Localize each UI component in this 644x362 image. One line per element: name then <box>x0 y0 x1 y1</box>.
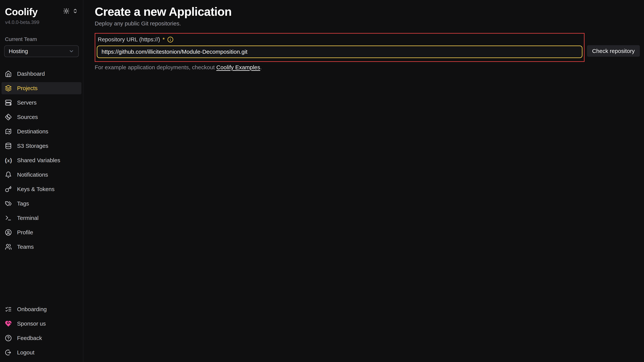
sidebar-item-label: Notifications <box>17 171 48 178</box>
key-icon <box>5 186 12 193</box>
chevron-down-icon <box>68 48 74 54</box>
current-team-section: Current Team Hosting <box>0 36 83 57</box>
sidebar-item-shared-variables[interactable]: (x) Shared Variables <box>2 154 82 166</box>
help-circle-icon <box>5 335 12 341</box>
check-repository-button[interactable]: Check repository <box>587 45 640 57</box>
heart-handshake-icon <box>5 320 12 327</box>
sidebar-item-label: Feedback <box>17 335 42 341</box>
sidebar-item-label: Destinations <box>17 128 48 135</box>
sidebar-item-label: Onboarding <box>17 306 47 312</box>
terminal-icon <box>5 215 12 221</box>
sidebar-item-label: Sponsor us <box>17 320 46 327</box>
server-icon <box>5 99 12 106</box>
chevrons-up-down-icon[interactable] <box>72 8 78 14</box>
helper-prefix: For example application deployments, che… <box>95 64 216 70</box>
sidebar-item-label: Sources <box>17 114 38 120</box>
sidebar-item-sources[interactable]: Sources <box>2 111 82 123</box>
sidebar-item-keys-tokens[interactable]: Keys & Tokens <box>2 183 82 195</box>
sidebar: Coolify v4.0.0-beta.399 Current Team Hos… <box>0 0 83 362</box>
sidebar-item-teams[interactable]: Teams <box>2 241 82 253</box>
sidebar-item-profile[interactable]: Profile <box>2 226 82 239</box>
sidebar-item-label: Shared Variables <box>17 157 60 163</box>
home-icon <box>5 70 12 77</box>
variables-icon: (x) <box>5 157 12 163</box>
user-circle-icon <box>5 229 12 236</box>
sidebar-item-label: Projects <box>17 85 38 91</box>
required-marker: * <box>162 36 165 43</box>
layers-icon <box>5 85 12 92</box>
sidebar-item-destinations[interactable]: Destinations <box>2 125 82 137</box>
sidebar-item-logout[interactable]: Logout <box>2 346 82 358</box>
page-subtitle: Deploy any public Git repositories. <box>95 20 644 27</box>
sidebar-item-sponsor-us[interactable]: Sponsor us <box>2 318 82 330</box>
users-icon <box>5 243 12 250</box>
app-version: v4.0.0-beta.399 <box>0 19 83 25</box>
logout-icon <box>5 349 12 356</box>
git-source-icon <box>5 114 12 120</box>
helper-text: For example application deployments, che… <box>95 64 644 71</box>
repository-form: Repository URL (https://) * Check reposi… <box>95 33 644 62</box>
sidebar-item-notifications[interactable]: Notifications <box>2 169 82 181</box>
current-team-label: Current Team <box>4 36 79 42</box>
main-content: Create a new Application Deploy any publ… <box>84 0 644 362</box>
team-select-value: Hosting <box>9 48 28 55</box>
sidebar-item-label: S3 Storages <box>17 143 48 149</box>
helper-suffix: . <box>260 64 262 70</box>
sidebar-item-label: Terminal <box>17 215 38 221</box>
team-select[interactable]: Hosting <box>4 45 79 57</box>
app-logo: Coolify <box>5 7 38 17</box>
sidebar-item-servers[interactable]: Servers <box>2 97 82 109</box>
checklist-icon <box>5 306 12 313</box>
map-icon <box>5 128 12 135</box>
repository-url-input[interactable] <box>97 46 582 58</box>
tags-icon <box>5 200 12 207</box>
sidebar-item-label: Keys & Tokens <box>17 186 54 192</box>
database-icon <box>5 142 12 149</box>
sidebar-item-label: Logout <box>17 349 34 356</box>
sidebar-item-label: Profile <box>17 229 33 236</box>
sidebar-item-label: Teams <box>17 244 34 250</box>
repository-url-label: Repository URL (https://) <box>98 36 160 43</box>
sidebar-item-label: Dashboard <box>17 71 45 77</box>
sidebar-item-label: Servers <box>17 99 36 106</box>
repository-url-label-row: Repository URL (https://) * <box>97 36 582 43</box>
annotation-highlight-box: Repository URL (https://) * <box>95 33 584 62</box>
bell-icon <box>5 171 12 178</box>
coolify-examples-link[interactable]: Coolify Examples <box>216 64 260 70</box>
sidebar-header: Coolify <box>0 7 83 17</box>
sidebar-item-dashboard[interactable]: Dashboard <box>2 68 82 80</box>
sidebar-item-s3-storages[interactable]: S3 Storages <box>2 140 82 152</box>
sidebar-item-terminal[interactable]: Terminal <box>2 212 82 224</box>
page-title: Create a new Application <box>95 5 644 18</box>
sidebar-item-label: Tags <box>17 200 29 207</box>
sidebar-nav: Dashboard Projects Servers Sources Desti… <box>0 68 83 255</box>
sidebar-item-feedback[interactable]: Feedback <box>2 332 82 344</box>
sidebar-item-tags[interactable]: Tags <box>2 198 82 210</box>
sun-icon[interactable] <box>63 8 70 15</box>
sidebar-item-projects[interactable]: Projects <box>2 82 82 94</box>
info-icon[interactable] <box>167 37 174 43</box>
sidebar-bottom-nav: Onboarding Sponsor us Feedback Logout <box>0 303 83 361</box>
sidebar-item-onboarding[interactable]: Onboarding <box>2 303 82 315</box>
